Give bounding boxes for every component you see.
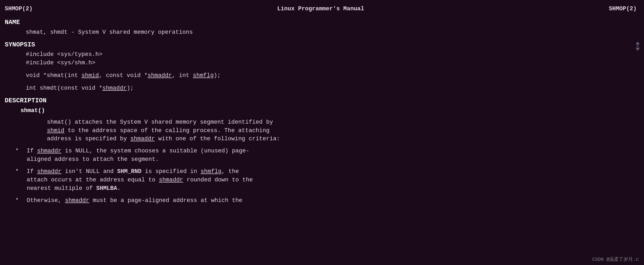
proto1-end: , int: [172, 72, 193, 79]
bullet2-content: If shmaddr isn't NULL and SHM_RND is spe…: [27, 167, 637, 193]
bullet2: * If shmaddr isn't NULL and SHM_RND is s…: [5, 167, 637, 193]
svg-rect-0: [637, 45, 638, 47]
manual-header: SHMOP(2) Linux Programmer's Manual SHMOP…: [5, 5, 637, 13]
bullet2-cont: isn't NULL and: [65, 168, 114, 175]
bullet3-line1: Otherwise, shmaddr must be a page-aligne…: [27, 196, 637, 205]
proto1-mid: , const void *: [99, 72, 148, 79]
bullet3-shmaddr: shmaddr: [65, 197, 89, 204]
para1-cont: to the address space of the calling proc…: [68, 127, 270, 134]
bullet1-line1: If shmaddr is NULL, the system chooses a…: [27, 147, 637, 155]
bullet2-shmaddr: shmaddr: [37, 168, 61, 175]
include1: #include <sys/types.h>: [26, 50, 637, 59]
shmat-subsection: shmat(): [21, 107, 637, 115]
desc-para1-line1: shmat() attaches the System V shared mem…: [47, 118, 637, 127]
bullet1-line2: aligned address to attach the segment.: [27, 155, 637, 164]
bullet3-star: *: [15, 196, 19, 205]
para1-cont2: address is specified by: [47, 136, 127, 142]
bullet2-shmrnd: SHM_RND: [117, 168, 141, 175]
proto1-shmaddr: shmaddr: [148, 72, 172, 79]
bullet1: * If shmaddr is NULL, the system chooses…: [5, 147, 637, 164]
name-label: NAME: [5, 18, 637, 27]
scrollbar-icon: [634, 41, 641, 51]
proto1-line: void *shmat(int shmid, const void *shmad…: [26, 71, 637, 80]
proto2-shmaddr: shmaddr: [102, 85, 126, 91]
bullet1-shmaddr: shmaddr: [37, 148, 61, 154]
scrollbar-indicator[interactable]: [634, 41, 641, 55]
desc-para1-line3: address is specified by shmaddr with one…: [47, 135, 637, 143]
bullet1-cont: is NULL, the system chooses a suitable (…: [65, 148, 249, 154]
name-content: shmat, shmdt - System V shared memory op…: [26, 28, 637, 37]
proto1-shmflg: shmflg: [193, 72, 214, 79]
bullet2-pre: If: [27, 168, 33, 175]
proto2-line: int shmdt(const void *shmaddr);: [26, 84, 637, 93]
bullet2-star: *: [15, 167, 19, 193]
bullet2-cont2: is specified in: [145, 168, 197, 175]
proto2-pre: int shmdt(const void *: [26, 85, 102, 91]
proto1-shmid: shmid: [81, 72, 99, 79]
synopsis-label: SYNOPSIS: [5, 40, 637, 50]
bullet2-line1: If shmaddr isn't NULL and SHM_RND is spe…: [27, 167, 637, 176]
synopsis-section: SYNOPSIS #include <sys/types.h> #include…: [5, 40, 637, 93]
bullet3: * Otherwise, shmaddr must be a page-alig…: [5, 196, 637, 205]
description-section: DESCRIPTION shmat() shmat() attaches the…: [5, 96, 637, 205]
bullet2-shmaddr2: shmaddr: [159, 177, 183, 183]
include2: #include <sys/shm.h>: [26, 59, 637, 67]
para1-shmid: shmid: [47, 127, 64, 134]
description-label: DESCRIPTION: [5, 96, 637, 105]
bullet2-line2: attach occurs at the address equal to sh…: [27, 176, 637, 184]
bullet1-pre: If: [27, 148, 33, 154]
header-left: SHMOP(2): [5, 5, 33, 13]
header-center: Linux Programmer's Manual: [277, 5, 364, 13]
para1-cont3: with one of the following criteria:: [158, 136, 280, 142]
bullet3-content: Otherwise, shmaddr must be a page-aligne…: [27, 196, 637, 205]
bullet2-shmlba: SHMLBA: [96, 185, 117, 192]
para1-pre: shmat() attaches the System V shared mem…: [47, 119, 273, 126]
desc-para1-line2: shmid to the address space of the callin…: [47, 127, 637, 135]
name-section: NAME shmat, shmdt - System V shared memo…: [5, 18, 637, 37]
para1-shmaddr: shmaddr: [130, 136, 155, 142]
bullet1-content: If shmaddr is NULL, the system chooses a…: [27, 147, 637, 164]
header-right: SHMOP(2): [609, 5, 637, 13]
proto1-pre: void *shmat(int: [26, 72, 81, 79]
bullet2-line3: nearest multiple of SHMLBA.: [27, 184, 637, 193]
proto1-close: );: [214, 72, 221, 79]
bullet2-shmflg: shmflg: [201, 168, 221, 175]
proto2-close: );: [127, 85, 134, 91]
watermark: CSDN @温柔了岁月.c: [592, 256, 639, 263]
bullet1-star: *: [15, 147, 19, 164]
